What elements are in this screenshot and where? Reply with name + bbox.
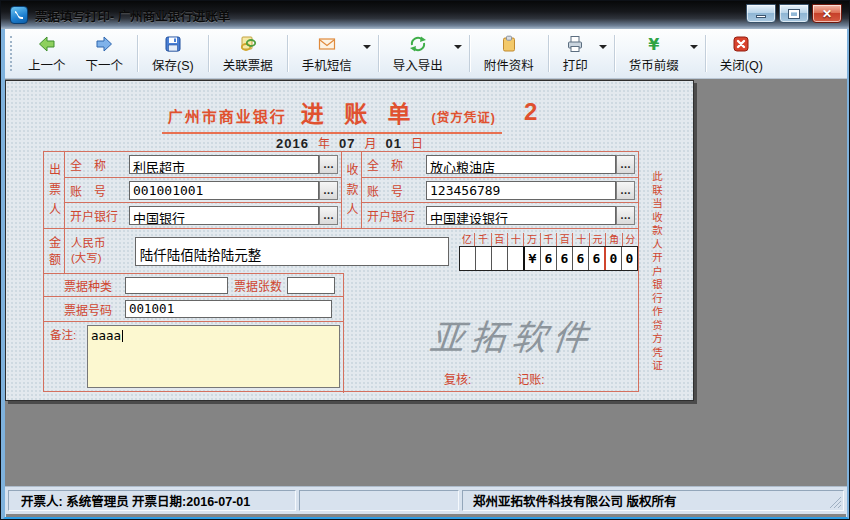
date-day: 01 bbox=[385, 136, 401, 151]
field-label: 账 号 bbox=[362, 182, 426, 199]
amount-digit-cell: 6 bbox=[588, 247, 604, 270]
amount-digit-cell bbox=[475, 247, 491, 270]
signature-zone: 亚拓软件 复核: 记账: bbox=[344, 273, 639, 393]
toolbar-separator bbox=[469, 35, 470, 72]
date-year-unit: 年 bbox=[318, 134, 330, 151]
parties-section: 出票人 全 称 利民超市… 账 号 001001001… 开户银 bbox=[44, 152, 638, 229]
sign-row: 复核: 记账: bbox=[444, 370, 545, 387]
toolbar-label: 导入导出 bbox=[393, 55, 443, 74]
toolbar-button-sms[interactable]: 手机短信 bbox=[292, 31, 362, 76]
drawer-fields: 全 称 利民超市… 账 号 001001001… 开户银行 中国银行… bbox=[65, 152, 341, 228]
drawer-account-row: 账 号 001001001… bbox=[65, 177, 341, 203]
toolbar-separator bbox=[137, 35, 138, 72]
dots-icon: … bbox=[323, 159, 334, 170]
statusbar-issuer-panel: 开票人: 系统管理员 开票日期:2016-07-01 bbox=[8, 490, 296, 511]
amount-digit-cell: 0 bbox=[604, 247, 621, 270]
form-title-underline-group: 广州市商业银行 进 账 单 (贷方凭证) bbox=[162, 95, 502, 134]
document-workspace: 广州市商业银行 进 账 单 (贷方凭证) 2 2016 年 07 月 01 日 bbox=[5, 79, 847, 486]
bill-number-row: 票据号码 001001 bbox=[44, 297, 343, 322]
drawer-name-lookup-button[interactable]: … bbox=[319, 155, 338, 174]
bill-type-input[interactable] bbox=[125, 277, 228, 294]
bill-info-section: 票据种类 票据张数 票据号码 001001 备注: aaaa bbox=[44, 273, 344, 393]
bookkeeping-label: 记账: bbox=[517, 370, 544, 387]
titlebar[interactable]: 票据填写打印- 广州商业银行进账单 ✕ bbox=[1, 1, 849, 29]
payee-bank-input[interactable]: 中国建设银行 bbox=[426, 206, 616, 225]
payee-bank-lookup-button[interactable]: … bbox=[616, 206, 635, 225]
statusbar: 开票人: 系统管理员 开票日期:2016-07-01 郑州亚拓软件科技有限公司 … bbox=[5, 486, 847, 514]
toolbar-label: 附件资料 bbox=[484, 55, 534, 74]
payee-fields: 全 称 放心粮油店… 账 号 123456789… 开户银行 中国建设银行… bbox=[362, 152, 638, 228]
toolbar-separator bbox=[378, 35, 379, 72]
deposit-slip-document: 广州市商业银行 进 账 单 (贷方凭证) 2 2016 年 07 月 01 日 bbox=[5, 80, 694, 401]
amount-words-input[interactable]: 陆仟陆佰陆拾陆元整 bbox=[135, 237, 449, 266]
drawer-section-label: 出票人 bbox=[44, 152, 65, 228]
drawer-account-input[interactable]: 001001001 bbox=[129, 181, 319, 200]
payee-bank-row: 开户银行 中国建设银行… bbox=[362, 202, 638, 228]
arrow-right-icon bbox=[94, 34, 114, 54]
toolbar-button-linked-bills[interactable]: 关联票据 bbox=[213, 31, 283, 76]
form-date: 2016 年 07 月 01 日 bbox=[6, 134, 693, 151]
close-icon: ✕ bbox=[822, 8, 832, 20]
toolbar-button-previous[interactable]: 上一个 bbox=[18, 31, 76, 76]
currency-yen-icon: ¥ bbox=[648, 34, 659, 54]
attachment-icon bbox=[499, 34, 519, 54]
toolbar-button-close[interactable]: 关闭(Q) bbox=[710, 31, 773, 76]
drawer-bank-lookup-button[interactable]: … bbox=[319, 206, 338, 225]
payee-name-lookup-button[interactable]: … bbox=[616, 155, 635, 174]
maximize-button[interactable] bbox=[779, 4, 809, 23]
maximize-icon bbox=[789, 10, 799, 18]
envelope-icon bbox=[317, 34, 337, 54]
currency-dropdown-arrow-icon[interactable] bbox=[689, 31, 700, 62]
dots-icon: … bbox=[620, 210, 631, 221]
close-red-icon bbox=[731, 34, 751, 54]
sms-dropdown-arrow-icon[interactable] bbox=[362, 31, 373, 62]
doc-type: 进 账 单 bbox=[301, 95, 418, 129]
toolbar-button-print[interactable]: 打印 bbox=[553, 31, 598, 76]
drawer-name-input[interactable]: 利民超市 bbox=[129, 155, 319, 174]
toolbar-separator bbox=[208, 35, 209, 72]
payee-name-input[interactable]: 放心粮油店 bbox=[426, 155, 616, 174]
dots-icon: … bbox=[323, 185, 334, 196]
bill-number-input[interactable]: 001001 bbox=[125, 300, 332, 318]
amount-digit-cell bbox=[491, 247, 507, 270]
amount-section-label: 金额 bbox=[44, 229, 65, 273]
minimize-button[interactable] bbox=[746, 4, 776, 23]
toolbar-button-next[interactable]: 下一个 bbox=[76, 31, 134, 76]
toolbar-label: 下一个 bbox=[86, 55, 124, 74]
bill-count-label: 票据张数 bbox=[234, 277, 282, 294]
digit-values[interactable]: ¥666600 bbox=[459, 246, 638, 271]
bank-name: 广州市商业银行 bbox=[168, 105, 287, 126]
statusbar-empty-panel bbox=[299, 490, 459, 511]
arrow-left-icon bbox=[37, 34, 57, 54]
statusbar-left-text: 开票人: 系统管理员 开票日期:2016-07-01 bbox=[21, 491, 250, 510]
app-icon bbox=[10, 6, 28, 24]
remarks-textarea[interactable]: aaaa bbox=[87, 325, 340, 388]
drawer-account-lookup-button[interactable]: … bbox=[319, 181, 338, 200]
toolbar-separator bbox=[705, 35, 706, 72]
amount-currency-label-line1: 人民币 bbox=[71, 236, 135, 251]
toolbar-button-attachments[interactable]: 附件资料 bbox=[474, 31, 544, 76]
payee-account-lookup-button[interactable]: … bbox=[616, 181, 635, 200]
bill-count-input[interactable] bbox=[287, 277, 335, 294]
amount-currency-label-line2: (大写) bbox=[71, 251, 135, 266]
toolbar-grip-icon[interactable] bbox=[10, 36, 13, 71]
close-button[interactable]: ✕ bbox=[812, 4, 842, 23]
window-frame: 上一个 下一个 保存(S) 关联票据 bbox=[1, 29, 850, 520]
import-export-dropdown-arrow-icon[interactable] bbox=[453, 31, 464, 62]
toolbar-separator bbox=[548, 35, 549, 72]
print-dropdown-arrow-icon[interactable] bbox=[598, 31, 609, 62]
doc-subtype: (贷方凭证) bbox=[432, 107, 496, 126]
save-icon bbox=[163, 34, 183, 54]
toolbar-button-import-export[interactable]: 导入导出 bbox=[383, 31, 453, 76]
date-year: 2016 bbox=[276, 136, 309, 151]
link-icon bbox=[238, 34, 258, 54]
drawer-bank-row: 开户银行 中国银行… bbox=[65, 202, 341, 228]
drawer-bank-input[interactable]: 中国银行 bbox=[129, 206, 319, 225]
toolbar-button-currency-prefix[interactable]: ¥ 货币前缀 bbox=[619, 31, 689, 76]
toolbar-button-save[interactable]: 保存(S) bbox=[142, 31, 204, 76]
printer-icon bbox=[565, 34, 585, 54]
payee-account-input[interactable]: 123456789 bbox=[426, 181, 616, 200]
resize-grip[interactable] bbox=[828, 495, 841, 508]
window-controls: ✕ bbox=[746, 4, 842, 23]
review-label: 复核: bbox=[444, 370, 471, 387]
